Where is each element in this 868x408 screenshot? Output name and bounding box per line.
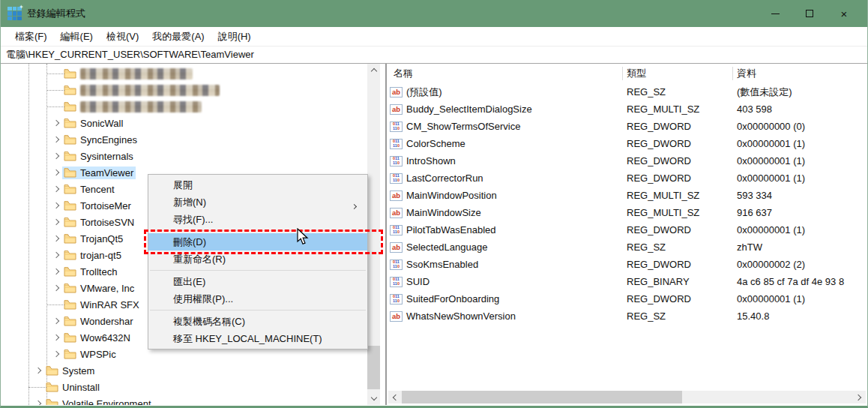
column-header-name[interactable]: 名稱 [387,67,623,80]
registry-value-row[interactable]: abWhatsNewShownVersionREG_SZ15.40.8 [387,308,867,325]
menu-view[interactable]: 檢視(V) [100,27,145,46]
expand-chevron-icon[interactable] [50,232,62,244]
value-type: REG_DWORD [623,121,733,132]
binary-value-icon: 011110 [390,277,403,287]
context-menu-item-expand[interactable]: 展開 [148,176,367,194]
expand-chevron-icon[interactable] [50,216,62,228]
value-name: (預設值) [406,86,442,99]
expand-chevron-icon[interactable] [50,315,62,327]
context-menu-item-go-to-hklm[interactable]: 移至 HKEY_LOCAL_MACHINE(T) [148,330,367,347]
expand-chevron-icon[interactable] [32,398,44,405]
context-menu: 展開新增(N)尋找(F)...刪除(D)重新命名(R)匯出(E)使用權限(P).… [148,174,368,350]
binary-value-icon: 011110 [390,294,403,304]
scrollbar-thumb[interactable] [367,346,380,389]
value-name: Buddy_SelectItemDialogSize [406,104,532,115]
column-header-data[interactable]: 資料 [733,67,867,80]
registry-value-row[interactable]: abMainWindowPositionREG_MULTI_SZ593 334 [387,187,867,204]
menu-edit[interactable]: 編輯(E) [54,27,100,46]
values-horizontal-scrollbar[interactable] [388,391,866,404]
values-list-header: 名稱 類型 資料 [387,64,867,83]
maximize-button[interactable] [792,0,827,27]
tree-vertical-scrollbar[interactable] [367,64,380,405]
expand-chevron-icon[interactable] [50,183,62,195]
tree-item-sysinternals[interactable]: Sysinternals [1,148,363,164]
context-menu-item-new[interactable]: 新增(N) [148,194,367,211]
expand-chevron-icon[interactable] [50,166,62,178]
minimize-button[interactable] [758,0,792,27]
tree-item-censored-key-3[interactable] [1,98,363,115]
context-menu-item-copy-key-name[interactable]: 複製機碼名稱(C) [148,313,367,330]
tree-item-censored-key-1[interactable] [1,65,363,82]
registry-value-row[interactable]: 011110IntroShownREG_DWORD0x00000001 (1) [387,152,867,170]
context-menu-item-delete[interactable]: 刪除(D) [148,233,367,250]
registry-value-row[interactable]: abMainWindowSizeREG_MULTI_SZ916 637 [387,204,867,221]
expand-chevron-icon[interactable] [50,332,62,344]
menu-favorites[interactable]: 我的最愛(A) [145,27,211,46]
tree-item-label: TrojanQt5 [80,233,123,244]
expand-chevron-icon[interactable] [50,117,62,129]
registry-value-row[interactable]: ab(預設值)REG_SZ(數值未設定) [387,83,867,100]
tree-item-volatile-environment[interactable]: Volatile Environment [1,395,363,405]
scroll-up-button[interactable] [367,64,380,76]
tree-item-syncengines[interactable]: SyncEngines [1,131,363,148]
expand-chevron-icon[interactable] [50,200,62,212]
minimize-icon [771,14,780,14]
scrollbar-track[interactable] [401,391,853,404]
tree-item-sonicwall[interactable]: SonicWall [1,115,363,131]
value-type: REG_MULTI_SZ [623,104,733,115]
scroll-left-button[interactable] [388,391,401,404]
menu-file[interactable]: 檔案(F) [8,27,54,46]
tree-item-label: Trolltech [80,266,117,278]
folder-icon [46,398,58,405]
value-name: PilotTabWasEnabled [406,224,495,236]
tree-item-label: TortoiseSVN [80,217,134,228]
registry-value-row[interactable]: 011110LastCorrectorRunREG_DWORD0x0000000… [387,170,867,187]
expand-chevron-icon[interactable] [50,134,62,146]
titlebar: ✦ 登錄編輯程式 × [1,0,867,27]
scrollbar-thumb[interactable] [402,391,682,404]
context-menu-item-export[interactable]: 匯出(E) [148,273,367,290]
expand-chevron-icon[interactable] [50,282,62,294]
context-menu-item-rename[interactable]: 重新命名(R) [148,250,367,268]
expand-chevron-icon[interactable] [32,364,44,376]
context-menu-item-label: 使用權限(P)... [173,292,233,306]
registry-value-row[interactable]: 011110ColorSchemeREG_DWORD0x00000001 (1) [387,135,867,152]
expand-chevron-icon[interactable] [50,348,62,360]
registry-value-row[interactable]: 011110CM_ShowTermsOfServiceREG_DWORD0x00… [387,118,867,135]
tree-item-label: Volatile Environment [62,398,151,406]
context-menu-item-find[interactable]: 尋找(F)... [148,211,367,228]
menu-help[interactable]: 說明(H) [211,27,258,46]
scroll-down-button[interactable] [367,392,380,405]
registry-value-row[interactable]: 011110SUIDREG_BINARY4a c6 85 cf 7a df 4e… [387,273,867,290]
registry-value-row[interactable]: 011110SuitedForOnboardingREG_DWORD0x0000… [387,290,867,308]
tree-item-uninstall[interactable]: Uninstall [1,379,363,395]
expand-chevron-icon[interactable] [50,249,62,261]
value-name: ColorScheme [406,138,465,149]
folder-icon [46,365,58,376]
scroll-right-button[interactable] [853,391,866,404]
registry-value-row[interactable]: abSelectedLanguageREG_SZzhTW [387,238,867,256]
binary-value-icon: 011110 [390,139,403,149]
censored-key-name [80,68,193,80]
tree-item-censored-key-2[interactable] [1,82,363,98]
tree-item-label: SyncEngines [80,134,137,146]
string-value-icon: ab [390,311,403,322]
tree-item-system[interactable]: System [1,362,363,379]
tree-item-label: TeamViewer [80,167,133,178]
context-menu-item-permissions[interactable]: 使用權限(P)... [148,290,367,308]
expand-chevron-icon[interactable] [50,150,62,162]
address-bar[interactable]: 電腦\HKEY_CURRENT_USER\SOFTWARE\TeamViewer [1,46,867,64]
registry-value-row[interactable]: 011110PilotTabWasEnabledREG_DWORD0x00000… [387,221,867,238]
registry-value-row[interactable]: abBuddy_SelectItemDialogSizeREG_MULTI_SZ… [387,100,867,118]
regedit-app-icon: ✦ [7,7,22,21]
scrollbar-track[interactable] [367,76,380,392]
column-header-type[interactable]: 類型 [623,67,733,80]
menu-separator [150,270,366,271]
value-data: 0x00000001 (1) [733,138,867,149]
close-button[interactable]: × [827,0,861,27]
expand-chevron-icon[interactable] [50,266,62,278]
value-type: REG_SZ [623,310,733,322]
registry-value-row[interactable]: 011110SsoKmsEnabledREG_DWORD0x00000002 (… [387,256,867,273]
value-name: MainWindowSize [406,207,481,218]
tree-item-label: VMware, Inc [80,283,134,294]
